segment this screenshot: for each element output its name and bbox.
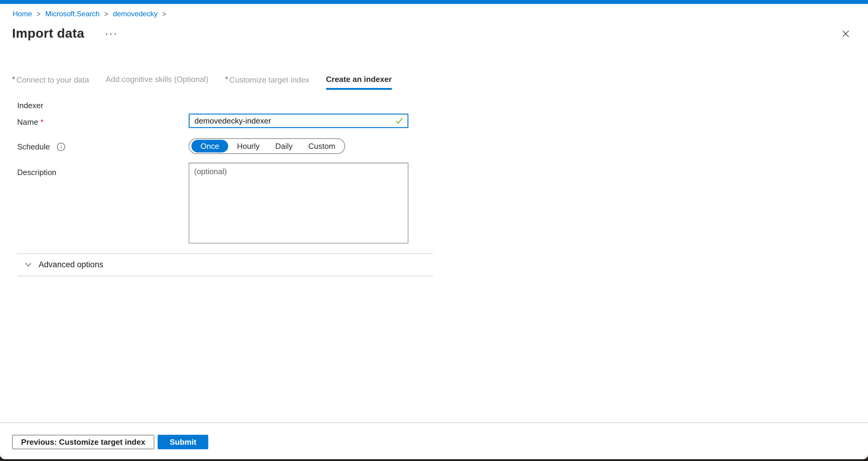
tab-label: Connect to your data bbox=[16, 75, 89, 84]
breadcrumb-link-microsoft-search[interactable]: Microsoft.Search bbox=[45, 9, 99, 19]
divider bbox=[17, 276, 433, 276]
description-label: Description bbox=[17, 167, 56, 177]
chevron-right-icon: > bbox=[162, 8, 166, 20]
previous-button[interactable]: Previous: Customize target index bbox=[12, 435, 154, 449]
chevron-right-icon: > bbox=[104, 8, 108, 20]
breadcrumb: Home > Microsoft.Search > demovedecky > bbox=[13, 9, 171, 19]
footer-divider bbox=[0, 423, 868, 423]
divider bbox=[17, 253, 433, 254]
indexer-name-input[interactable] bbox=[189, 114, 408, 128]
required-asterisk: * bbox=[225, 75, 228, 84]
name-label: Name* bbox=[17, 117, 43, 127]
breadcrumb-link-home[interactable]: Home bbox=[13, 9, 32, 19]
advanced-options-label: Advanced options bbox=[38, 259, 103, 270]
tab-customize-target-index[interactable]: *Customize target index bbox=[225, 74, 310, 89]
required-asterisk: * bbox=[40, 118, 43, 127]
chevron-right-icon: > bbox=[37, 8, 40, 20]
tab-add-cognitive-skills[interactable]: Add cognitive skills (Optional) bbox=[106, 74, 209, 88]
wizard-tabs: *Connect to your data Add cognitive skil… bbox=[12, 74, 392, 90]
chevron-down-icon bbox=[25, 261, 32, 268]
submit-button[interactable]: Submit bbox=[158, 435, 208, 449]
tab-connect-to-your-data[interactable]: *Connect to your data bbox=[12, 74, 89, 89]
tab-label: Create an indexer bbox=[326, 75, 392, 84]
required-asterisk: * bbox=[12, 75, 15, 84]
section-title-indexer: Indexer bbox=[17, 101, 43, 110]
import-data-panel: Home > Microsoft.Search > demovedecky > … bbox=[0, 0, 868, 459]
more-options-icon[interactable]: ··· bbox=[105, 27, 118, 40]
schedule-option-once[interactable]: Once bbox=[191, 140, 228, 152]
page-title: Import data bbox=[12, 25, 84, 41]
tab-create-an-indexer[interactable]: Create an indexer bbox=[326, 74, 392, 90]
accent-top-bar bbox=[0, 0, 868, 4]
tab-label: Add cognitive skills (Optional) bbox=[106, 75, 209, 84]
schedule-label: Schedule i bbox=[17, 142, 65, 152]
close-icon[interactable] bbox=[840, 28, 851, 39]
breadcrumb-link-demovedecky[interactable]: demovedecky bbox=[113, 9, 158, 19]
info-icon[interactable]: i bbox=[57, 143, 65, 151]
schedule-option-daily[interactable]: Daily bbox=[267, 140, 301, 152]
schedule-segmented-control: Once Hourly Daily Custom bbox=[189, 138, 345, 154]
schedule-option-custom[interactable]: Custom bbox=[301, 140, 343, 152]
schedule-option-hourly[interactable]: Hourly bbox=[229, 140, 267, 152]
valid-checkmark-icon bbox=[395, 116, 404, 127]
description-textarea[interactable] bbox=[189, 163, 408, 243]
advanced-options-toggle[interactable]: Advanced options bbox=[25, 259, 103, 270]
tab-label: Customize target index bbox=[229, 75, 310, 84]
